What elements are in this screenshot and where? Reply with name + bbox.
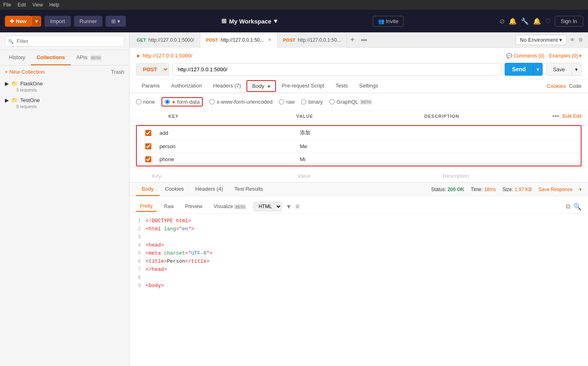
table-more-icon[interactable]: •••	[552, 113, 559, 120]
body-opt-form-data[interactable]: ● form-data	[161, 97, 203, 106]
menu-file[interactable]: File	[3, 2, 11, 8]
collection-flask-one[interactable]: ▶ 📁 FlaskOne 3 requests	[0, 78, 129, 95]
tab-get[interactable]: GET http://127.0.0.1:5000/	[131, 32, 200, 48]
settings-icon[interactable]: 🔧	[521, 17, 529, 25]
req-tab-params[interactable]: Params	[136, 79, 166, 93]
sign-in-button[interactable]: Sign In	[555, 16, 583, 27]
new-button[interactable]: ✚ New	[5, 16, 32, 27]
line-content	[146, 233, 149, 241]
wrap-lines-icon[interactable]: ≡	[295, 202, 300, 211]
code-view-visualize[interactable]: Visualize BETA	[210, 202, 250, 211]
new-value-placeholder[interactable]: Value	[294, 172, 439, 180]
row-0-checkbox[interactable]	[145, 130, 151, 136]
menu-view[interactable]: View	[32, 2, 43, 8]
code-line: 1<!DOCTYPE html>	[129, 217, 588, 225]
body-radio-graphql[interactable]	[329, 99, 335, 104]
save-button[interactable]: Save	[546, 63, 572, 76]
sidebar-tab-collections[interactable]: Collections	[31, 50, 70, 65]
resp-tab-body[interactable]: Body	[136, 183, 159, 196]
body-opt-urlencoded[interactable]: x-www-form-urlencoded	[209, 99, 272, 105]
copy-icon[interactable]: ⧉	[566, 203, 570, 211]
format-dropdown-icon[interactable]: ▾	[287, 202, 291, 211]
menu-help[interactable]: Help	[49, 2, 59, 8]
request-meta: 💬 Comments (0) Examples (0) ▾	[506, 51, 582, 60]
collection-test-one[interactable]: ▶ 📁 TestOne 9 requests	[0, 95, 129, 111]
import-button[interactable]: Import	[45, 16, 71, 27]
apis-beta-badge: BETA	[90, 55, 102, 60]
code-link[interactable]: Code	[569, 83, 582, 89]
table-rows-wrapper: add 添加 person Me phone Mi	[136, 125, 582, 166]
send-dropdown-button[interactable]: ▾	[533, 63, 543, 76]
save-response-button[interactable]: Save Response	[538, 187, 573, 192]
search-global-icon[interactable]: ⊘	[499, 17, 505, 25]
body-radio-form-data[interactable]	[165, 99, 170, 104]
body-radio-binary[interactable]	[301, 99, 306, 104]
trash-button[interactable]: Trash	[111, 69, 124, 75]
notification-icon[interactable]: 🔔	[509, 17, 517, 25]
code-view-raw[interactable]: Raw	[160, 202, 178, 211]
row-0-key: add	[156, 129, 297, 137]
bell-icon[interactable]: 🔔	[533, 17, 541, 25]
environment-eye-icon[interactable]: 👁	[570, 37, 575, 43]
heart-icon[interactable]: ♡	[545, 17, 551, 25]
invite-button[interactable]: 👥 Invite	[373, 16, 404, 27]
new-key-placeholder[interactable]: Key	[149, 172, 294, 180]
plus-icon: ✚	[10, 18, 14, 24]
resp-tab-cookies[interactable]: Cookies	[159, 183, 190, 196]
save-response-dropdown[interactable]: ▾	[579, 187, 582, 192]
sidebar-search-input[interactable]	[5, 36, 124, 47]
method-select[interactable]: POST	[136, 63, 169, 76]
resp-tab-test-results[interactable]: Test Results	[229, 183, 269, 196]
invite-icon: 👥	[378, 18, 384, 24]
req-tab-settings[interactable]: Settings	[354, 79, 384, 93]
add-tab-button[interactable]: +	[347, 36, 358, 44]
row-1-checkbox[interactable]	[145, 143, 151, 149]
req-tab-headers[interactable]: Headers (7)	[208, 79, 247, 93]
save-dropdown-button[interactable]: ▾	[572, 63, 582, 76]
body-radio-urlencoded[interactable]	[209, 99, 214, 104]
req-tab-pre-request[interactable]: Pre-request Script	[276, 79, 330, 93]
new-desc-placeholder[interactable]: Description	[439, 172, 585, 180]
bulk-edit-button[interactable]: Bulk Edit	[563, 113, 582, 119]
search-wrap	[5, 36, 124, 47]
tab-post-1[interactable]: POST http://127.0.0.1:50... ✕	[200, 32, 278, 48]
body-radio-none[interactable]	[136, 99, 141, 104]
body-opt-raw[interactable]: raw	[279, 99, 295, 105]
menu-edit[interactable]: Edit	[17, 2, 26, 8]
environment-settings-icon[interactable]: ⚙	[578, 37, 583, 43]
sidebar-tab-apis[interactable]: APIs BETA	[71, 50, 108, 65]
code-view-preview[interactable]: Preview	[181, 202, 206, 211]
body-opt-binary[interactable]: binary	[301, 99, 323, 105]
environment-selector[interactable]: No Environment ▾	[516, 35, 567, 45]
code-view-pretty[interactable]: Pretty	[136, 201, 157, 212]
row-2-checkbox[interactable]	[145, 156, 151, 162]
req-tab-tests[interactable]: Tests	[330, 79, 353, 93]
tab-post-2[interactable]: POST http://127.0.0.1:50...	[278, 32, 347, 48]
examples-link[interactable]: Examples (0) ▾	[549, 53, 582, 59]
resp-tab-headers[interactable]: Headers (4)	[190, 183, 229, 196]
comments-link[interactable]: 💬 Comments (0)	[506, 53, 544, 59]
body-opt-graphql[interactable]: GraphQL BETA	[329, 99, 372, 105]
tab-post-1-close[interactable]: ✕	[268, 37, 272, 43]
req-tab-body[interactable]: Body ●	[246, 80, 276, 92]
layout-button[interactable]: ⊞ ▾	[106, 16, 126, 27]
new-button-dropdown[interactable]: ▾	[32, 16, 41, 27]
new-collection-button[interactable]: + New Collection	[5, 69, 45, 75]
code-format-select[interactable]: HTML	[253, 202, 282, 211]
workspace-button[interactable]: ⊞ My Workspace ▾	[221, 17, 277, 25]
search-code-icon[interactable]: 🔍	[573, 203, 582, 211]
line-content: <head>	[146, 241, 164, 249]
content-area: GET http://127.0.0.1:5000/ POST http://1…	[129, 32, 588, 366]
cookies-link[interactable]: Cookies	[547, 83, 566, 89]
code-actions: ⧉ 🔍	[566, 203, 582, 211]
sidebar-tab-history[interactable]: History	[3, 50, 31, 65]
line-number: 5	[129, 249, 146, 257]
send-button[interactable]: Send	[505, 63, 533, 76]
body-radio-raw[interactable]	[279, 99, 284, 104]
runner-button[interactable]: Runner	[74, 16, 103, 27]
more-tabs-button[interactable]: •••	[358, 37, 370, 43]
table-add-row: Key Value Description	[129, 170, 588, 182]
req-tab-authorization[interactable]: Authorization	[166, 79, 208, 93]
url-input[interactable]	[172, 63, 501, 76]
body-opt-none[interactable]: none	[136, 99, 155, 105]
